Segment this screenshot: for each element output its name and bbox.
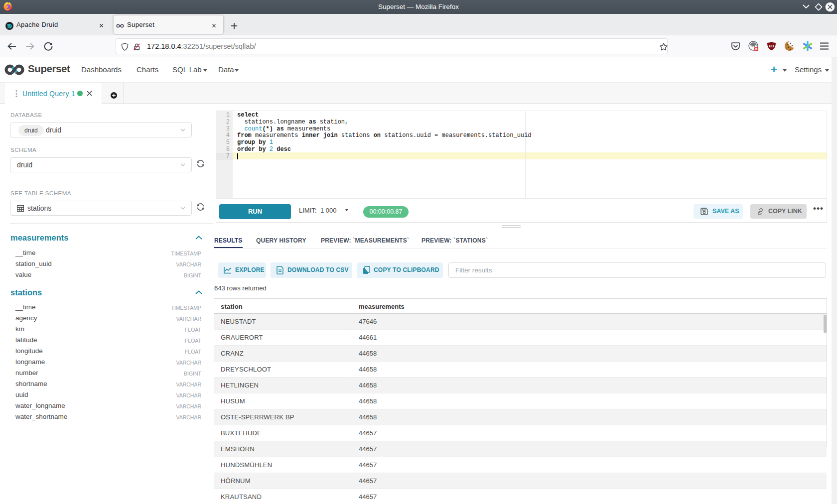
svg-text:UO: UO — [769, 44, 774, 48]
